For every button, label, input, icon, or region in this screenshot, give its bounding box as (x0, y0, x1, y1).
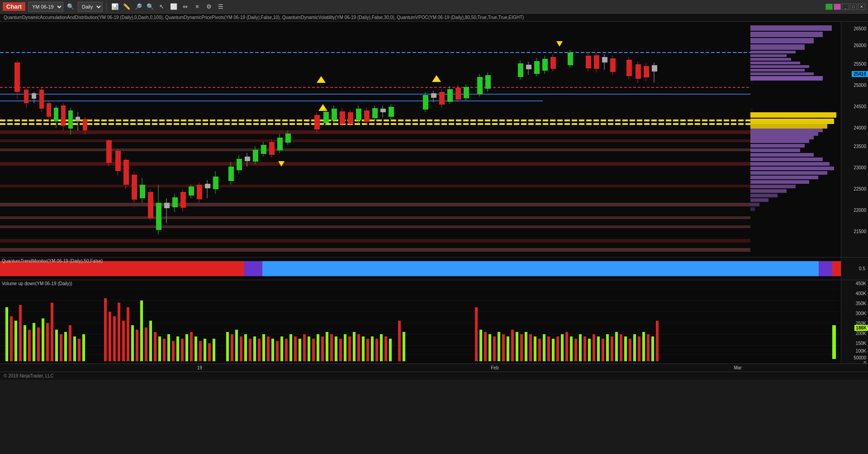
svg-rect-163 (534, 61, 540, 74)
svg-rect-310 (611, 336, 613, 361)
main-chart-svg[interactable] (0, 22, 750, 257)
svg-rect-85 (132, 175, 137, 200)
svg-rect-304 (583, 336, 586, 361)
svg-rect-235 (190, 332, 193, 361)
svg-rect-316 (638, 336, 640, 361)
svg-rect-171 (586, 56, 591, 68)
svg-rect-0 (750, 25, 832, 31)
svg-rect-294 (538, 339, 541, 361)
svg-rect-219 (118, 303, 120, 361)
svg-rect-300 (565, 332, 568, 361)
svg-rect-21 (750, 153, 814, 157)
pointer-icon[interactable]: ↖ (157, 2, 166, 11)
volume-profile-svg (750, 22, 841, 257)
price-23500: 23500 (854, 144, 866, 149)
svg-rect-1 (750, 32, 823, 37)
svg-rect-243 (235, 330, 238, 361)
copyright: © 2019 NinjaTrader, LLC (4, 373, 53, 378)
svg-rect-247 (253, 336, 256, 361)
svg-rect-317 (642, 332, 645, 361)
svg-rect-198 (5, 307, 8, 361)
svg-rect-298 (556, 336, 559, 361)
settings-icon[interactable]: ⚙ (204, 2, 213, 11)
svg-rect-284 (493, 336, 496, 361)
svg-rect-238 (204, 339, 206, 361)
svg-rect-205 (37, 327, 40, 361)
price-26000: 26000 (854, 43, 866, 48)
svg-rect-200 (14, 321, 17, 362)
svg-rect-99 (189, 186, 194, 196)
svg-rect-218 (113, 316, 116, 361)
minimize-btn[interactable]: _ (842, 4, 849, 10)
svg-rect-125 (323, 112, 329, 123)
main-chart: 26500 26000 25500 25416 25000 24500 2400… (0, 22, 868, 257)
resize-h-icon[interactable]: ⇔ (181, 2, 190, 11)
svg-rect-91 (156, 203, 161, 230)
svg-rect-222 (131, 325, 134, 361)
svg-rect-17 (750, 136, 814, 139)
pink-btn[interactable] (834, 4, 841, 10)
svg-rect-206 (42, 319, 44, 361)
svg-rect-299 (561, 334, 564, 361)
svg-rect-103 (205, 184, 210, 188)
svg-rect-249 (262, 334, 265, 361)
svg-rect-306 (593, 334, 595, 361)
svg-rect-201 (19, 305, 22, 361)
draw-icon[interactable]: ✏️ (122, 2, 131, 11)
zoom-out-icon[interactable]: 🔍 (146, 2, 155, 11)
properties-icon[interactable]: ☰ (216, 2, 225, 11)
svg-rect-22 (750, 158, 823, 161)
svg-rect-37 (0, 130, 750, 134)
price-25000: 25000 (854, 83, 866, 88)
svg-rect-33 (750, 207, 755, 211)
svg-rect-6 (750, 58, 791, 61)
bar-chart-icon[interactable]: 📊 (110, 2, 119, 11)
svg-rect-244 (240, 336, 242, 361)
svg-rect-287 (507, 336, 509, 361)
svg-rect-167 (550, 57, 556, 69)
svg-rect-61 (24, 90, 28, 103)
svg-rect-147 (439, 92, 445, 105)
svg-rect-59 (14, 62, 20, 92)
vol-300k: 300K (856, 311, 866, 316)
vol-100k: 100K (856, 349, 866, 354)
zoom-in-icon[interactable]: 🔎 (134, 2, 143, 11)
volume-svg (0, 280, 841, 363)
svg-rect-137 (372, 108, 378, 118)
svg-rect-113 (253, 150, 258, 162)
svg-rect-169 (568, 53, 573, 65)
svg-rect-313 (624, 336, 627, 361)
svg-rect-227 (154, 332, 157, 361)
maximize-btn[interactable]: □ (850, 4, 857, 10)
data-icon[interactable]: ≡ (193, 2, 202, 11)
svg-rect-311 (615, 332, 618, 361)
volume-axis: 450K 400K 350K 300K 250K 186K 200K 150K … (841, 280, 868, 363)
svg-rect-202 (24, 325, 26, 361)
svg-rect-63 (32, 93, 36, 99)
svg-rect-183 (644, 66, 649, 77)
svg-rect-127 (332, 109, 337, 120)
svg-rect-173 (594, 55, 599, 69)
search-icon[interactable]: 🔍 (66, 2, 75, 11)
svg-rect-28 (750, 185, 796, 188)
rectangle-icon[interactable]: ⬜ (169, 2, 178, 11)
svg-rect-321 (832, 325, 836, 359)
svg-rect-309 (606, 334, 609, 361)
symbol-select[interactable]: YM 06-19 (28, 2, 63, 12)
period-select[interactable]: Daily (78, 2, 103, 12)
svg-rect-44 (0, 225, 750, 228)
svg-rect-230 (167, 334, 170, 361)
svg-rect-297 (552, 339, 555, 361)
close-btn[interactable]: ✕ (858, 4, 865, 10)
green-btn[interactable] (825, 4, 833, 10)
price-22500: 22500 (854, 186, 866, 191)
xdate-feb: Feb (491, 365, 498, 370)
svg-rect-280 (475, 307, 478, 361)
svg-rect-285 (498, 332, 500, 361)
chart-canvas[interactable] (0, 22, 841, 257)
svg-rect-288 (511, 330, 514, 361)
svg-rect-279 (403, 332, 405, 361)
svg-rect-115 (261, 145, 266, 154)
svg-rect-135 (364, 110, 370, 122)
volume-label: Volume up down(YM 06-19 (Daily)) (2, 281, 72, 286)
